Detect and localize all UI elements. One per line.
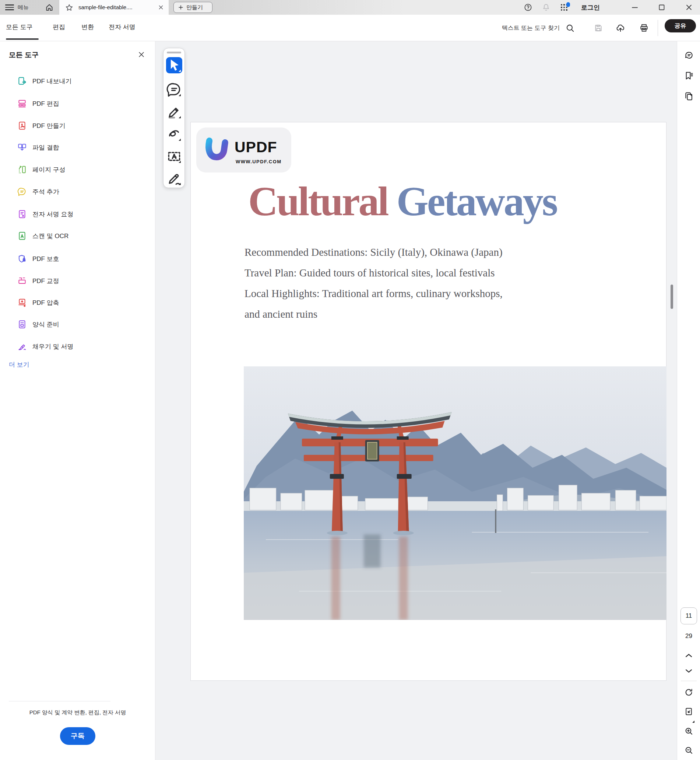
palette-drag-handle[interactable] [167,52,181,53]
sidebar-item-prepare-form[interactable]: 양식 준비 [0,316,155,332]
sidebar-item-protect-pdf[interactable]: PDF 보호 [0,251,155,267]
document-text-line: Recommended Destinations: Sicily (Italy)… [244,242,631,262]
updf-watermark-badge: UPDF WWW.UPDF.COM [196,127,291,172]
sidebar-item-compress-pdf[interactable]: PDF 압축 [0,295,155,311]
fill-sign-icon [17,342,27,351]
sidebar-item-label: 스캔 및 OCR [33,232,69,240]
rotate-refresh-icon[interactable] [684,688,694,697]
sidebar-item-label: PDF 만들기 [33,122,66,130]
sidebar-item-label: 파일 결합 [33,143,59,152]
page-thumbnails-panel-icon[interactable] [684,91,694,101]
sidebar-item-add-comment[interactable]: 주석 추가 [0,183,155,200]
next-page-icon[interactable] [684,666,694,675]
print-icon[interactable] [639,23,649,33]
zoom-in-icon[interactable] [684,727,694,736]
subscribe-button[interactable]: 구독 [60,727,95,745]
window-close-icon[interactable] [684,3,694,12]
tool-dropdown-indicator [178,161,181,163]
tool-fill-sign[interactable] [166,170,182,186]
promo-text: PDF 양식 및 계약 변환, 편집, 전자 서명 [0,709,155,716]
fit-page-icon[interactable] [684,707,694,716]
sidebar-item-request-esign[interactable]: 전자 서명 요청 [0,206,155,222]
menu-convert[interactable]: 변환 [81,23,94,31]
tab-title: sample-file-editable.... [78,4,133,10]
all-tools-sidebar: 모든 도구 PDF 내보내기PDF 편집PDF 만들기파일 결합페이지 구성주석… [0,41,155,760]
sidebar-item-pdf-export[interactable]: PDF 내보내기 [0,73,155,89]
right-panel-rail: 11 29 [677,41,700,760]
window-minimize-icon[interactable] [630,3,639,12]
search-tools-label[interactable]: 텍스트 또는 도구 찾기 [481,24,560,32]
sidebar-item-redact-pdf[interactable]: PDF 교정 [0,273,155,289]
main-toolbar: 모든 도구편집변환전자 서명 텍스트 또는 도구 찾기 공유 [0,15,700,41]
document-text-line: Travel Plan: Guided tours of historical … [244,262,631,283]
sidebar-more-link[interactable]: 더 보기 [9,360,30,369]
tool-dropdown-indicator [178,116,181,118]
bookmarks-panel-icon[interactable] [684,71,694,81]
hamburger-menu-icon[interactable] [5,5,14,10]
sidebar-item-label: PDF 교정 [33,277,59,285]
combine-files-icon [17,143,27,152]
pdf-create-icon [17,121,27,130]
tool-add-comment[interactable] [166,81,182,98]
sidebar-divider [9,701,111,701]
plus-icon [178,5,184,10]
previous-page-icon[interactable] [684,651,694,660]
comments-panel-icon[interactable] [684,50,694,60]
notification-dot [566,2,570,7]
sidebar-item-label: PDF 편집 [33,100,59,108]
protect-pdf-icon [17,254,27,263]
tool-select-text[interactable] [166,148,182,165]
home-icon[interactable] [45,3,54,12]
new-tab-label: 만들기 [186,4,203,11]
scan-ocr-icon [17,231,27,241]
sidebar-close-icon[interactable] [138,51,145,58]
tab-close-icon[interactable] [158,4,164,11]
sidebar-item-organize-pages[interactable]: 페이지 구성 [0,161,155,178]
updf-url-text: WWW.UPDF.COM [236,159,281,165]
compress-pdf-icon [17,298,27,307]
cloud-upload-icon[interactable] [616,23,625,33]
floating-tool-palette [163,48,185,188]
document-tab[interactable]: sample-file-editable.... [59,0,169,15]
menu-button[interactable]: 메뉴 [18,4,29,11]
login-button[interactable]: 로그인 [581,3,600,12]
fit-page-dropdown-icon[interactable] [692,721,694,723]
window-maximize-icon[interactable] [657,3,666,12]
help-icon[interactable] [523,3,533,12]
sidebar-item-combine-files[interactable]: 파일 결합 [0,139,155,155]
document-viewport[interactable]: UPDF WWW.UPDF.COM Cultural Getaways Reco… [155,41,677,760]
document-body-text: Recommended Destinations: Sicily (Italy)… [244,242,631,324]
sidebar-item-pdf-edit[interactable]: PDF 편집 [0,96,155,112]
share-button[interactable]: 공유 [665,19,696,33]
sidebar-item-fill-sign[interactable]: 채우기 및 서명 [0,338,155,354]
search-icon[interactable] [565,23,575,33]
menu-esign[interactable]: 전자 서명 [109,23,136,31]
updf-brand-text: UPDF [234,139,277,156]
sidebar-item-pdf-create[interactable]: PDF 만들기 [0,118,155,134]
current-page-input[interactable]: 11 [680,607,697,624]
sidebar-item-label: PDF 압축 [33,299,59,307]
sidebar-item-label: 주석 추가 [33,188,59,196]
sidebar-item-scan-ocr[interactable]: 스캔 및 OCR [0,228,155,244]
heading-word-cultural: Cultural [248,179,397,224]
sidebar-item-label: 양식 준비 [33,320,59,329]
tool-highlight[interactable] [166,103,182,120]
menu-all-tools[interactable]: 모든 도구 [6,23,33,31]
sidebar-item-label: PDF 내보내기 [33,77,72,86]
add-comment-icon [17,187,27,196]
updf-logo-icon [205,136,231,163]
menu-edit[interactable]: 편집 [53,23,65,31]
tool-dropdown-indicator [178,139,181,141]
save-icon [594,23,603,33]
zoom-out-icon[interactable] [684,746,694,755]
vertical-scrollbar[interactable] [670,285,673,309]
favorite-star-icon[interactable] [65,3,73,12]
notifications-bell-icon[interactable] [542,3,550,12]
sidebar-item-label: PDF 보호 [33,255,59,263]
tool-select-cursor[interactable] [166,57,182,73]
document-text-line: Local Highlights: Traditional art forms,… [244,283,631,304]
tool-dropdown-indicator [178,183,181,185]
tool-dropdown-indicator [178,94,181,96]
create-new-tab-button[interactable]: 만들기 [173,2,212,13]
tool-freehand-draw[interactable] [166,126,182,142]
